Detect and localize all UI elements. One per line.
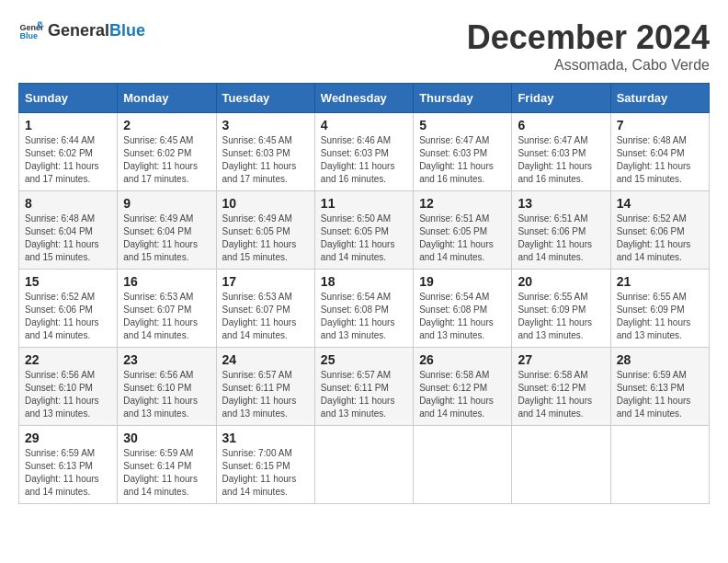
day-header-monday: Monday (118, 84, 216, 113)
day-number: 4 (321, 118, 407, 132)
calendar-cell: 26 Sunrise: 6:58 AM Sunset: 6:12 PM Dayl… (414, 348, 512, 426)
day-info: Sunrise: 6:46 AM Sunset: 6:03 PM Dayligh… (321, 134, 407, 186)
calendar-cell: 24 Sunrise: 6:57 AM Sunset: 6:11 PM Dayl… (216, 348, 314, 426)
day-header-saturday: Saturday (610, 84, 709, 113)
calendar-cell: 18 Sunrise: 6:54 AM Sunset: 6:08 PM Dayl… (314, 270, 413, 348)
calendar-cell: 10 Sunrise: 6:49 AM Sunset: 6:05 PM Dayl… (216, 191, 314, 270)
day-info: Sunrise: 7:00 AM Sunset: 6:15 PM Dayligh… (222, 447, 309, 499)
calendar-cell: 8 Sunrise: 6:48 AM Sunset: 6:04 PM Dayli… (19, 191, 118, 270)
day-number: 10 (222, 196, 309, 211)
day-info: Sunrise: 6:45 AM Sunset: 6:03 PM Dayligh… (222, 134, 309, 186)
day-info: Sunrise: 6:53 AM Sunset: 6:07 PM Dayligh… (123, 291, 210, 342)
day-number: 16 (123, 274, 210, 289)
day-info: Sunrise: 6:58 AM Sunset: 6:12 PM Dayligh… (419, 369, 506, 420)
calendar: SundayMondayTuesdayWednesdayThursdayFrid… (18, 83, 710, 504)
day-header-wednesday: Wednesday (314, 84, 413, 113)
calendar-cell: 25 Sunrise: 6:57 AM Sunset: 6:11 PM Dayl… (314, 348, 413, 426)
day-info: Sunrise: 6:51 AM Sunset: 6:06 PM Dayligh… (518, 213, 604, 264)
day-number: 12 (419, 196, 506, 211)
calendar-cell: 11 Sunrise: 6:50 AM Sunset: 6:05 PM Dayl… (314, 191, 413, 270)
day-info: Sunrise: 6:57 AM Sunset: 6:11 PM Dayligh… (321, 369, 407, 420)
day-info: Sunrise: 6:56 AM Sunset: 6:10 PM Dayligh… (25, 369, 111, 420)
day-info: Sunrise: 6:48 AM Sunset: 6:04 PM Dayligh… (617, 134, 703, 186)
day-info: Sunrise: 6:52 AM Sunset: 6:06 PM Dayligh… (617, 213, 703, 264)
day-number: 5 (419, 118, 506, 132)
calendar-body: 1 Sunrise: 6:44 AM Sunset: 6:02 PM Dayli… (19, 113, 710, 504)
day-info: Sunrise: 6:47 AM Sunset: 6:03 PM Dayligh… (419, 134, 506, 186)
day-number: 15 (25, 274, 111, 289)
calendar-cell: 29 Sunrise: 6:59 AM Sunset: 6:13 PM Dayl… (19, 426, 118, 504)
calendar-cell: 30 Sunrise: 6:59 AM Sunset: 6:14 PM Dayl… (118, 426, 216, 504)
day-info: Sunrise: 6:59 AM Sunset: 6:13 PM Dayligh… (617, 369, 703, 420)
calendar-cell: 6 Sunrise: 6:47 AM Sunset: 6:03 PM Dayli… (512, 113, 610, 191)
calendar-week-1: 1 Sunrise: 6:44 AM Sunset: 6:02 PM Dayli… (19, 113, 710, 191)
calendar-week-4: 22 Sunrise: 6:56 AM Sunset: 6:10 PM Dayl… (19, 348, 710, 426)
day-number: 28 (617, 352, 703, 367)
day-info: Sunrise: 6:50 AM Sunset: 6:05 PM Dayligh… (321, 213, 407, 264)
calendar-cell (512, 426, 610, 504)
day-number: 30 (123, 431, 210, 445)
logo-general-text: GeneralBlue (48, 22, 145, 40)
calendar-header-row: SundayMondayTuesdayWednesdayThursdayFrid… (19, 84, 710, 113)
day-number: 11 (321, 196, 407, 211)
day-info: Sunrise: 6:48 AM Sunset: 6:04 PM Dayligh… (25, 213, 111, 264)
logo-icon: General Blue (18, 18, 44, 44)
calendar-cell: 7 Sunrise: 6:48 AM Sunset: 6:04 PM Dayli… (610, 113, 709, 191)
day-number: 29 (25, 431, 111, 445)
day-info: Sunrise: 6:55 AM Sunset: 6:09 PM Dayligh… (617, 291, 703, 342)
day-info: Sunrise: 6:56 AM Sunset: 6:10 PM Dayligh… (123, 369, 210, 420)
calendar-cell: 20 Sunrise: 6:55 AM Sunset: 6:09 PM Dayl… (512, 270, 610, 348)
calendar-cell: 21 Sunrise: 6:55 AM Sunset: 6:09 PM Dayl… (610, 270, 709, 348)
calendar-cell: 4 Sunrise: 6:46 AM Sunset: 6:03 PM Dayli… (314, 113, 413, 191)
calendar-cell: 22 Sunrise: 6:56 AM Sunset: 6:10 PM Dayl… (19, 348, 118, 426)
day-number: 25 (321, 352, 407, 367)
calendar-cell (610, 426, 709, 504)
calendar-cell: 23 Sunrise: 6:56 AM Sunset: 6:10 PM Dayl… (118, 348, 216, 426)
calendar-cell (314, 426, 413, 504)
day-header-thursday: Thursday (414, 84, 512, 113)
svg-text:Blue: Blue (19, 31, 38, 40)
day-number: 14 (617, 196, 703, 211)
day-info: Sunrise: 6:49 AM Sunset: 6:04 PM Dayligh… (123, 213, 210, 264)
calendar-cell: 27 Sunrise: 6:58 AM Sunset: 6:12 PM Dayl… (512, 348, 610, 426)
day-number: 26 (419, 352, 506, 367)
title-area: December 2024 Assomada, Cabo Verde (467, 18, 710, 74)
calendar-cell: 12 Sunrise: 6:51 AM Sunset: 6:05 PM Dayl… (414, 191, 512, 270)
day-number: 24 (222, 352, 309, 367)
calendar-week-5: 29 Sunrise: 6:59 AM Sunset: 6:13 PM Dayl… (19, 426, 710, 504)
calendar-cell: 31 Sunrise: 7:00 AM Sunset: 6:15 PM Dayl… (216, 426, 314, 504)
day-number: 1 (25, 118, 111, 132)
day-number: 9 (123, 196, 210, 211)
month-title: December 2024 (467, 18, 710, 57)
day-info: Sunrise: 6:49 AM Sunset: 6:05 PM Dayligh… (222, 213, 309, 264)
day-number: 19 (419, 274, 506, 289)
day-info: Sunrise: 6:53 AM Sunset: 6:07 PM Dayligh… (222, 291, 309, 342)
day-info: Sunrise: 6:47 AM Sunset: 6:03 PM Dayligh… (518, 134, 604, 186)
logo: General Blue GeneralBlue (18, 18, 145, 44)
calendar-week-2: 8 Sunrise: 6:48 AM Sunset: 6:04 PM Dayli… (19, 191, 710, 270)
calendar-cell: 28 Sunrise: 6:59 AM Sunset: 6:13 PM Dayl… (610, 348, 709, 426)
subtitle: Assomada, Cabo Verde (467, 57, 710, 74)
day-header-friday: Friday (512, 84, 610, 113)
day-number: 22 (25, 352, 111, 367)
day-header-tuesday: Tuesday (216, 84, 314, 113)
day-info: Sunrise: 6:45 AM Sunset: 6:02 PM Dayligh… (123, 134, 210, 186)
calendar-week-3: 15 Sunrise: 6:52 AM Sunset: 6:06 PM Dayl… (19, 270, 710, 348)
calendar-cell: 3 Sunrise: 6:45 AM Sunset: 6:03 PM Dayli… (216, 113, 314, 191)
calendar-cell: 1 Sunrise: 6:44 AM Sunset: 6:02 PM Dayli… (19, 113, 118, 191)
day-number: 21 (617, 274, 703, 289)
day-number: 27 (518, 352, 604, 367)
calendar-cell: 15 Sunrise: 6:52 AM Sunset: 6:06 PM Dayl… (19, 270, 118, 348)
header: General Blue GeneralBlue December 2024 A… (18, 18, 710, 74)
day-info: Sunrise: 6:57 AM Sunset: 6:11 PM Dayligh… (222, 369, 309, 420)
day-info: Sunrise: 6:54 AM Sunset: 6:08 PM Dayligh… (321, 291, 407, 342)
day-number: 18 (321, 274, 407, 289)
day-number: 31 (222, 431, 309, 445)
day-info: Sunrise: 6:54 AM Sunset: 6:08 PM Dayligh… (419, 291, 506, 342)
calendar-cell: 13 Sunrise: 6:51 AM Sunset: 6:06 PM Dayl… (512, 191, 610, 270)
day-info: Sunrise: 6:44 AM Sunset: 6:02 PM Dayligh… (25, 134, 111, 186)
day-number: 7 (617, 118, 703, 132)
calendar-cell: 16 Sunrise: 6:53 AM Sunset: 6:07 PM Dayl… (118, 270, 216, 348)
day-info: Sunrise: 6:58 AM Sunset: 6:12 PM Dayligh… (518, 369, 604, 420)
day-number: 3 (222, 118, 309, 132)
